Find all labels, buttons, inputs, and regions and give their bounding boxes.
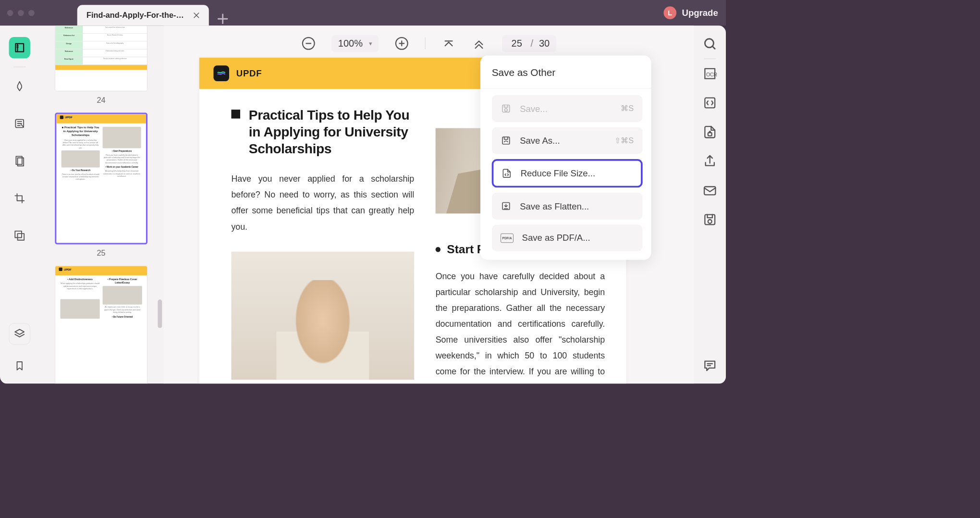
new-tab-button[interactable] xyxy=(216,12,230,25)
zoom-in-button[interactable] xyxy=(395,37,409,51)
tab-title: Find-and-Apply-For-the-B… xyxy=(86,11,186,20)
svg-point-19 xyxy=(708,220,712,223)
save-shortcut: ⌘S xyxy=(621,104,634,113)
total-pages: 30 xyxy=(539,38,550,49)
zoom-display[interactable]: 100% ▾ xyxy=(331,35,379,52)
left-rail xyxy=(0,25,39,383)
svg-rect-17 xyxy=(704,186,715,195)
comments-button[interactable] xyxy=(702,358,717,373)
crop-tool-button[interactable] xyxy=(9,187,30,209)
thumbnail-page[interactable]: UPDF • Add Distinctiveness When applying… xyxy=(46,266,157,383)
save-button[interactable]: Save... ⌘S xyxy=(492,95,643,122)
document-tab[interactable]: Find-and-Apply-For-the-B… xyxy=(77,5,209,25)
save-as-flatten-button[interactable]: Save as Flatten... xyxy=(492,193,643,220)
convert-button[interactable] xyxy=(702,96,717,111)
svg-text:OCR: OCR xyxy=(706,72,717,77)
intro-paragraph: Have you never applied for a scholarship… xyxy=(231,170,414,234)
heading-bullet xyxy=(231,110,240,119)
bookmark-button[interactable] xyxy=(9,355,30,376)
reduce-file-size-button[interactable]: Reduce File Size... xyxy=(492,159,643,187)
protect-button[interactable] xyxy=(702,124,717,139)
thumbnail-page-current[interactable]: UPDF ■ Practical Tips to Help You in App… xyxy=(46,113,157,258)
save-as-pdfa-button[interactable]: PDF/A Save as PDF/A... xyxy=(492,224,643,251)
search-button[interactable] xyxy=(702,37,717,51)
pdfa-label: Save as PDF/A... xyxy=(522,233,634,243)
compare-tool-button[interactable] xyxy=(9,225,30,246)
thumbnail-scrollbar[interactable] xyxy=(158,300,162,328)
chevron-down-icon: ▾ xyxy=(369,39,372,47)
save-as-button[interactable]: Save As... ⇧⌘S xyxy=(492,127,643,154)
page-heading: Practical Tips to Help You in Applying f… xyxy=(249,107,414,158)
organize-tool-button[interactable] xyxy=(9,150,30,172)
layers-button[interactable] xyxy=(9,323,30,345)
brand-label: UPDF xyxy=(236,68,262,78)
svg-rect-0 xyxy=(15,44,24,52)
svg-rect-5 xyxy=(18,234,24,240)
save-as-label: Save As... xyxy=(520,136,614,146)
thumbnail-panel: ReferenceText content line reference ite… xyxy=(39,25,163,383)
panel-title: Save as Other xyxy=(492,67,643,78)
reader-tool-button[interactable] xyxy=(9,37,30,58)
window-controls xyxy=(7,10,35,16)
reduce-file-size-label: Reduce File Size... xyxy=(521,168,633,178)
current-page-input[interactable] xyxy=(509,38,525,49)
save-as-shortcut: ⇧⌘S xyxy=(614,136,634,145)
zoom-value: 100% xyxy=(338,38,363,49)
close-tab-icon[interactable] xyxy=(193,12,200,19)
flatten-label: Save as Flatten... xyxy=(520,201,634,211)
body-paragraph: Once you have carefully decided about a … xyxy=(436,268,605,383)
svg-point-9 xyxy=(504,109,507,111)
document-view: 100% ▾ / 30 UPDF xyxy=(164,25,694,383)
upgrade-button[interactable]: Upgrade xyxy=(682,8,718,18)
save-label: Save... xyxy=(520,103,621,113)
thumbnail-page[interactable]: ReferenceText content line reference ite… xyxy=(46,25,157,105)
svg-rect-4 xyxy=(15,231,22,238)
reduce-file-size-icon xyxy=(502,168,512,179)
content-image xyxy=(231,252,414,380)
first-page-button[interactable] xyxy=(441,37,456,51)
share-button[interactable] xyxy=(702,154,717,169)
pdfa-icon: PDF/A xyxy=(501,234,514,243)
edit-tool-button[interactable] xyxy=(9,113,30,134)
updf-logo-icon xyxy=(213,65,229,81)
save-as-icon xyxy=(501,135,511,146)
titlebar: Find-and-Apply-For-the-B… L Upgrade xyxy=(0,0,726,25)
page-indicator[interactable]: / 30 xyxy=(502,35,556,52)
thumbnail-number: 25 xyxy=(46,249,157,258)
flatten-icon xyxy=(501,201,511,211)
annotate-tool-button[interactable] xyxy=(9,75,30,97)
zoom-window-icon[interactable] xyxy=(28,10,35,16)
right-rail: OCR xyxy=(694,25,726,383)
zoom-out-button[interactable] xyxy=(302,37,316,51)
save-icon xyxy=(501,103,511,114)
save-other-button[interactable] xyxy=(702,212,717,227)
avatar[interactable]: L xyxy=(663,6,676,19)
svg-rect-16 xyxy=(708,133,712,136)
thumbnail-number: 24 xyxy=(46,96,157,105)
avatar-letter: L xyxy=(668,9,672,17)
save-as-other-panel: Save as Other Save... ⌘S Save As... ⇧⌘S xyxy=(480,56,651,260)
prev-page-button[interactable] xyxy=(472,37,486,51)
close-window-icon[interactable] xyxy=(7,10,13,16)
email-button[interactable] xyxy=(702,183,717,198)
minimize-window-icon[interactable] xyxy=(18,10,24,16)
ocr-button[interactable]: OCR xyxy=(702,66,717,81)
